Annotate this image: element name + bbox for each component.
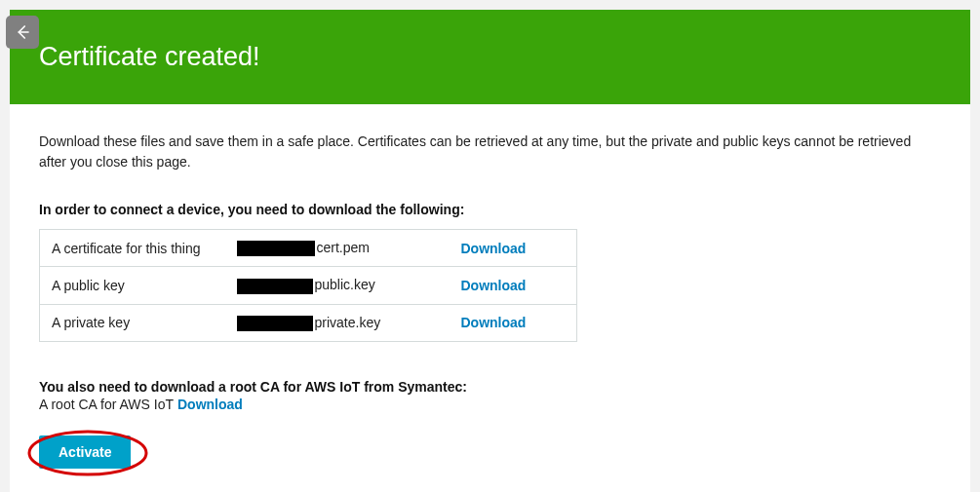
root-ca-line: A root CA for AWS IoTDownload (39, 397, 941, 412)
table-row: A certificate for this thing cert.pem Do… (40, 230, 577, 267)
files-table: A certificate for this thing cert.pem Do… (39, 229, 577, 342)
table-row: A public key public.key Download (40, 267, 577, 304)
file-desc: A certificate for this thing (40, 230, 225, 267)
download-link[interactable]: Download (461, 278, 527, 293)
file-name: cert.pem (225, 230, 450, 267)
page-title: Certificate created! (39, 42, 260, 72)
activate-button[interactable]: Activate (39, 435, 131, 469)
root-ca-heading: You also need to download a root CA for … (39, 379, 941, 395)
download-link[interactable]: Download (461, 241, 527, 256)
page: Certificate created! Download these file… (0, 10, 980, 492)
root-ca-block: You also need to download a root CA for … (39, 379, 941, 412)
redacted-block (237, 241, 315, 256)
arrow-left-icon (14, 23, 31, 41)
content-panel: Download these files and save them in a … (10, 104, 970, 492)
header-banner: Certificate created! (10, 10, 970, 104)
back-button[interactable] (6, 16, 39, 49)
redacted-block (237, 279, 313, 294)
download-link[interactable]: Download (461, 315, 527, 330)
root-ca-download-link[interactable]: Download (177, 397, 243, 412)
redacted-block (237, 316, 313, 331)
file-desc: A private key (40, 304, 225, 341)
file-name: private.key (225, 304, 450, 341)
file-name: public.key (225, 267, 450, 304)
file-desc: A public key (40, 267, 225, 304)
table-row: A private key private.key Download (40, 304, 577, 341)
intro-text: Download these files and save them in a … (39, 132, 941, 172)
download-heading: In order to connect a device, you need t… (39, 202, 941, 217)
activate-wrap: Activate (39, 435, 131, 469)
